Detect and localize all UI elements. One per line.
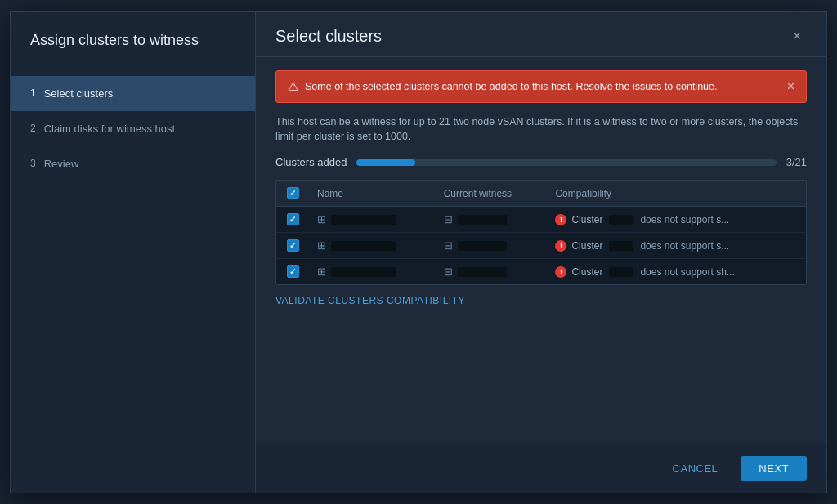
clusters-added-count: 3/21 xyxy=(786,156,807,168)
row-2-checkbox-cell[interactable] xyxy=(276,233,309,259)
table-row: ⊞ ⊟ xyxy=(276,259,806,285)
row-2-witness-value xyxy=(458,241,507,251)
right-header: Select clusters × xyxy=(256,12,826,57)
right-footer: CANCEL NEXT xyxy=(256,444,826,493)
row-2-compat-prefix: Cluster xyxy=(571,240,602,252)
step-item-2[interactable]: 2 Claim disks for witness host xyxy=(11,111,255,146)
error-banner-left: ⚠ Some of the selected clusters cannot b… xyxy=(288,79,717,94)
table-header-compat: Compatibility xyxy=(547,181,806,207)
step-number-2: 2 xyxy=(30,123,36,134)
compat-error-icon-2 xyxy=(555,240,566,252)
error-banner: ⚠ Some of the selected clusters cannot b… xyxy=(275,70,807,103)
row-1-name-value xyxy=(331,215,396,225)
right-panel: Select clusters × ⚠ Some of the selected… xyxy=(256,12,826,493)
row-3-checkbox-cell[interactable] xyxy=(276,259,309,285)
close-button[interactable]: × xyxy=(787,27,807,47)
select-all-checkbox[interactable] xyxy=(287,187,299,199)
row-3-name-value xyxy=(331,267,396,277)
row-1-name: ⊞ xyxy=(309,207,436,233)
error-banner-close[interactable]: × xyxy=(787,79,794,94)
row-1-compat-prefix: Cluster xyxy=(571,214,602,225)
row-1-compat-redacted xyxy=(609,215,633,225)
row-2-name-value xyxy=(331,241,396,251)
row-2-compat: Cluster does not support s... xyxy=(547,233,806,259)
cluster-icon-2: ⊞ xyxy=(317,239,326,252)
row-1-witness: ⊟ xyxy=(436,207,548,233)
witness-icon-2: ⊟ xyxy=(444,239,453,252)
row-2-checkbox[interactable] xyxy=(287,239,299,252)
row-1-compat-desc: does not support s... xyxy=(640,214,729,225)
progress-bar xyxy=(356,159,776,166)
step-label-2: Claim disks for witness host xyxy=(44,123,175,135)
error-warning-icon: ⚠ xyxy=(288,79,298,94)
step-list: 1 Select clusters 2 Claim disks for witn… xyxy=(11,76,255,181)
row-3-compat-redacted xyxy=(609,267,633,277)
cluster-icon-3: ⊞ xyxy=(317,265,326,278)
step-item-3[interactable]: 3 Review xyxy=(11,146,255,181)
row-3-compat-desc: does not support sh... xyxy=(640,266,734,278)
info-text: This host can be a witness for up to 21 … xyxy=(275,114,807,145)
table-row: ⊞ ⊟ xyxy=(276,233,806,259)
step-item-1[interactable]: 1 Select clusters xyxy=(11,76,255,111)
row-3-compat-prefix: Cluster xyxy=(571,266,602,278)
row-2-compat-redacted xyxy=(609,241,633,251)
progress-bar-fill xyxy=(356,159,415,166)
clusters-added-row: Clusters added 3/21 xyxy=(275,156,807,168)
row-3-witness: ⊟ xyxy=(436,259,548,285)
witness-icon-3: ⊟ xyxy=(444,265,453,278)
row-2-name: ⊞ xyxy=(309,233,436,259)
table-row: ⊞ ⊟ xyxy=(276,207,806,233)
row-3-compat: Cluster does not support sh... xyxy=(547,259,806,285)
clusters-table-container: Name Current witness Compatibility xyxy=(275,180,807,285)
error-message: Some of the selected clusters cannot be … xyxy=(305,81,717,92)
compat-error-icon-1 xyxy=(555,214,566,225)
row-2-witness: ⊟ xyxy=(436,233,548,259)
table-header-name: Name xyxy=(309,181,436,207)
dialog-title-left: Assign clusters to witness xyxy=(11,32,255,69)
row-3-checkbox[interactable] xyxy=(287,265,299,278)
assign-clusters-dialog: Assign clusters to witness 1 Select clus… xyxy=(10,11,827,493)
row-3-witness-value xyxy=(458,267,507,277)
row-1-compat: Cluster does not support s... xyxy=(547,207,806,233)
cancel-button[interactable]: CANCEL xyxy=(660,456,732,481)
clusters-added-label: Clusters added xyxy=(275,156,347,168)
table-header-checkbox[interactable] xyxy=(276,181,309,207)
row-3-name: ⊞ xyxy=(309,259,436,285)
cluster-icon-1: ⊞ xyxy=(317,213,326,225)
row-1-checkbox[interactable] xyxy=(287,213,299,225)
validate-clusters-link[interactable]: VALIDATE CLUSTERS COMPATIBILITY xyxy=(275,295,465,306)
table-header-witness: Current witness xyxy=(436,181,548,207)
right-content: ⚠ Some of the selected clusters cannot b… xyxy=(256,57,826,444)
step-number-1: 1 xyxy=(30,87,36,99)
row-1-checkbox-cell[interactable] xyxy=(276,207,309,233)
row-1-witness-value xyxy=(458,215,507,225)
clusters-table: Name Current witness Compatibility xyxy=(276,181,806,284)
row-2-compat-desc: does not support s... xyxy=(640,240,729,252)
step-number-3: 3 xyxy=(30,158,36,169)
left-panel: Assign clusters to witness 1 Select clus… xyxy=(11,12,256,493)
dialog-title-right: Select clusters xyxy=(275,27,382,46)
step-label-1: Select clusters xyxy=(44,87,114,100)
witness-icon-1: ⊟ xyxy=(444,213,453,225)
compat-error-icon-3 xyxy=(555,266,566,278)
next-button[interactable]: NEXT xyxy=(741,456,807,481)
step-label-3: Review xyxy=(44,158,79,170)
